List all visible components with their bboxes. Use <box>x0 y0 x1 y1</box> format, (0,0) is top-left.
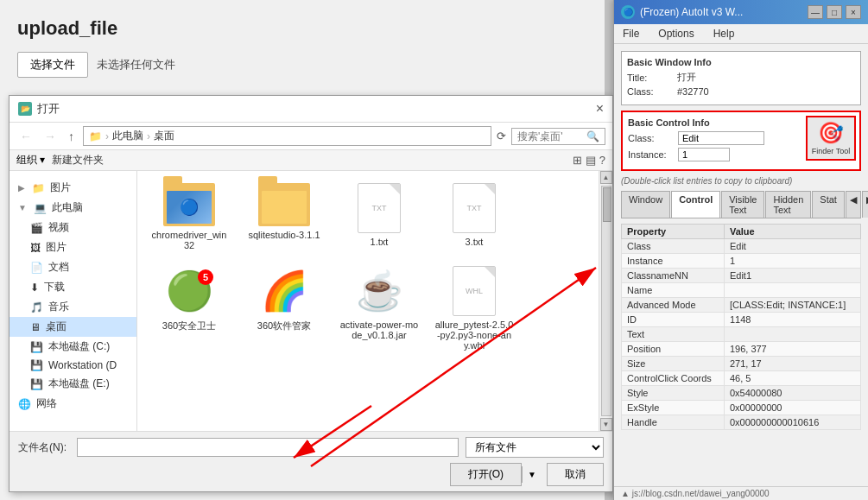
sidebar-item-pictures-top[interactable]: ▶ 📁 图片 <box>10 178 136 198</box>
new-folder-button[interactable]: 新建文件夹 <box>52 153 104 168</box>
table-row[interactable]: ExStyle0x00000000 <box>622 401 861 415</box>
property-value: 0x000000000010616 <box>724 415 860 430</box>
table-row[interactable]: ClassEdit <box>622 239 861 254</box>
table-row[interactable]: Instance1 <box>622 254 861 269</box>
finder-tool-icon: 🎯 <box>818 121 844 145</box>
breadcrumb: 📁 › 此电脑 › 桌面 <box>83 126 491 146</box>
sidebar-item-desktop[interactable]: 🖥 桌面 <box>10 317 136 337</box>
title-label: Title: <box>627 73 670 83</box>
tab-control[interactable]: Control <box>671 191 720 218</box>
dialog-close-button[interactable]: × <box>596 101 604 117</box>
sidebar-item-workstation-d[interactable]: 💾 Workstation (D <box>10 357 136 374</box>
col-value: Value <box>724 225 860 239</box>
nav-refresh-button[interactable]: ⟳ <box>497 130 506 142</box>
search-input[interactable] <box>517 130 586 142</box>
sidebar-folder-icon: 📁 <box>32 182 45 194</box>
menu-options[interactable]: Options <box>655 26 697 41</box>
choose-file-button[interactable]: 选择文件 <box>17 52 88 78</box>
help-button[interactable]: ? <box>599 154 605 167</box>
minimize-button[interactable]: — <box>808 5 823 19</box>
ctrl-instance-input[interactable] <box>678 148 730 161</box>
table-row[interactable]: ID1148 <box>622 313 861 327</box>
autoit-title: (Frozen) AutoIt v3 W... <box>640 6 743 18</box>
ctrl-class-input[interactable] <box>678 131 764 145</box>
autoit-body: Basic Window Info Title: 打开 Class: #3277… <box>614 44 868 486</box>
sidebar-item-network[interactable]: 🌐 网络 <box>10 394 136 414</box>
menu-file[interactable]: File <box>619 26 643 41</box>
property-name: ControlClick Coords <box>622 371 725 386</box>
scrollbar-thumb[interactable] <box>603 187 611 222</box>
breadcrumb-desktop[interactable]: 桌面 <box>154 129 174 143</box>
tab-stat[interactable]: Stat <box>812 191 845 218</box>
breadcrumb-this-pc[interactable]: 此电脑 <box>112 129 143 143</box>
file-item-3txt[interactable]: TXT 3.txt <box>431 180 517 254</box>
sidebar-arrow-icon: ▼ <box>18 203 27 212</box>
tab-visible-text[interactable]: Visible Text <box>721 191 764 218</box>
scroll-down-button[interactable]: ▼ <box>600 418 612 431</box>
filename-label: 文件名(N): <box>18 440 70 455</box>
table-row[interactable]: ControlClick Coords46, 5 <box>622 371 861 386</box>
organize-button[interactable]: 组织 ▾ <box>16 153 45 168</box>
property-value: 0x54000080 <box>724 386 860 401</box>
sidebar-item-documents[interactable]: 📄 文档 <box>10 257 136 277</box>
scrollbar-track[interactable] <box>601 186 611 416</box>
file-item-chromedriver[interactable]: 🔵 chromedriver_win32 <box>146 180 232 254</box>
table-row[interactable]: Size271, 17 <box>622 357 861 371</box>
file-name: allure_pytest-2.5.0-py2.py3-none-any.whl <box>434 320 514 351</box>
statusbar-text: ▲ js://blog.csdn.net/dawei_yang00000 <box>621 489 770 498</box>
table-row[interactable]: Position196, 377 <box>622 342 861 357</box>
sidebar-item-video[interactable]: 🎬 视频 <box>10 218 136 237</box>
sidebar-item-pictures[interactable]: 🖼 图片 <box>10 237 136 257</box>
nav-up-button[interactable]: ↑ <box>65 128 78 145</box>
open-dropdown-arrow[interactable]: ▼ <box>522 466 542 483</box>
nav-forward-button[interactable]: → <box>41 128 60 145</box>
autoit-icon: 🔵 <box>621 5 635 19</box>
tab-window[interactable]: Window <box>621 191 670 218</box>
file-item-whl[interactable]: WHL allure_pytest-2.5.0-py2.py3-none-any… <box>431 263 517 354</box>
tab-hidden-text[interactable]: Hidden Text <box>765 191 811 218</box>
file-item-360safe[interactable]: 🟢 5 360安全卫士 <box>146 263 232 354</box>
sidebar-item-music[interactable]: 🎵 音乐 <box>10 297 136 317</box>
sidebar-item-this-pc[interactable]: ▼ 💻 此电脑 <box>10 198 136 218</box>
basic-control-info: Basic Control Info Class: Instance: 🎯 Fi… <box>621 111 861 171</box>
file-item-360mgr[interactable]: 🌈 360软件管家 <box>241 263 327 354</box>
title-value: 打开 <box>677 71 696 84</box>
table-row[interactable]: Advanced Mode[CLASS:Edit; INSTANCE:1] <box>622 298 861 313</box>
dialog-titlebar: 📂 打开 × <box>10 96 612 123</box>
file-item-1txt[interactable]: TXT 1.txt <box>336 180 422 254</box>
filetype-select[interactable]: 所有文件 <box>466 437 604 458</box>
sidebar-item-drive-e[interactable]: 💾 本地磁盘 (E:) <box>10 374 136 394</box>
menu-help[interactable]: Help <box>710 26 738 41</box>
sidebar-label: 本地磁盘 (C:) <box>48 339 110 354</box>
nav-back-button[interactable]: ← <box>16 128 35 145</box>
property-name: Position <box>622 342 725 357</box>
property-value: 46, 5 <box>724 371 860 386</box>
view-toggle-button1[interactable]: ⊞ <box>573 154 582 167</box>
view-toggle-button2[interactable]: ▤ <box>586 154 596 167</box>
table-row[interactable]: Name <box>622 283 861 298</box>
tab-scroll-right[interactable]: ▶ <box>862 191 868 218</box>
tab-scroll-left[interactable]: ◀ <box>846 191 861 218</box>
file-item-sqlitestudio[interactable]: sqlitestudio-3.1.1 <box>241 180 327 254</box>
table-row[interactable]: Style0x54000080 <box>622 386 861 401</box>
table-row[interactable]: ClassnameNNEdit1 <box>622 269 861 283</box>
property-value <box>724 327 860 342</box>
cancel-button[interactable]: 取消 <box>547 463 604 486</box>
file-name: 3.txt <box>466 237 484 247</box>
sidebar-item-downloads[interactable]: ⬇ 下载 <box>10 277 136 297</box>
close-button[interactable]: × <box>846 5 861 19</box>
finder-tool-button[interactable]: 🎯 Finder Tool <box>806 116 856 161</box>
property-value <box>724 283 860 298</box>
scroll-up-button[interactable]: ▲ <box>600 171 612 184</box>
sidebar-downloads-icon: ⬇ <box>30 282 39 294</box>
sidebar-item-drive-c[interactable]: 💾 本地磁盘 (C:) <box>10 337 136 357</box>
filename-input[interactable] <box>77 438 459 457</box>
file-item-jar[interactable]: ☕ activate-power-mode_v0.1.8.jar <box>336 263 422 354</box>
sidebar-label: 下载 <box>44 280 65 294</box>
file-name: 360安全卫士 <box>162 320 216 332</box>
table-row[interactable]: Text <box>622 327 861 342</box>
maximize-button[interactable]: □ <box>827 5 842 19</box>
table-row[interactable]: Handle0x000000000010616 <box>622 415 861 430</box>
breadcrumb-pc: 📁 <box>89 130 102 142</box>
open-button[interactable]: 打开(O) <box>450 463 522 486</box>
